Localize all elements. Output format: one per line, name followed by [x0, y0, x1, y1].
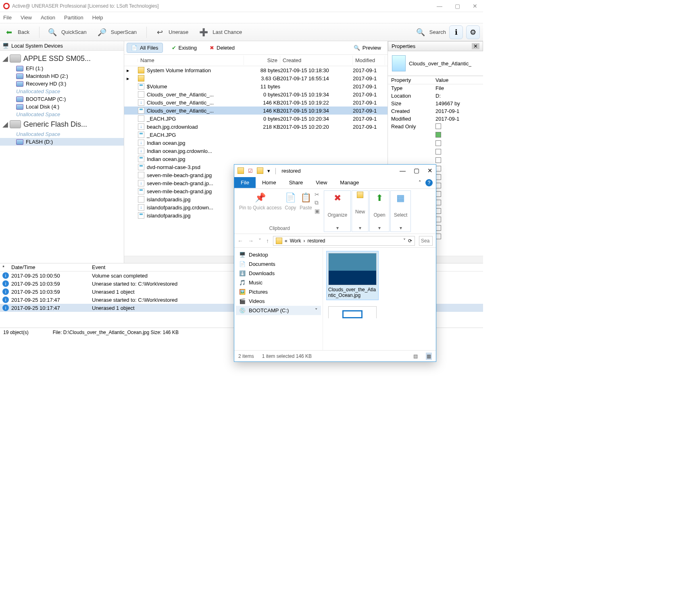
lastchance-button[interactable]: ➕ Last Chance: [198, 27, 242, 38]
checkbox[interactable]: [435, 157, 441, 163]
copy-path-icon[interactable]: ⧉: [315, 199, 320, 206]
explorer-tab-manage[interactable]: Manage: [333, 177, 365, 188]
unerase-button[interactable]: ↩ Unerase: [146, 27, 188, 38]
close-button[interactable]: ✕: [470, 3, 480, 9]
explorer-max-button[interactable]: ▢: [414, 167, 419, 174]
volume-node[interactable]: Unallocated Space: [0, 111, 124, 118]
menu-help[interactable]: Help: [92, 15, 103, 21]
menu-action[interactable]: Action: [41, 15, 55, 21]
quickscan-button[interactable]: 🔍 QuickScan: [39, 27, 87, 38]
checkbox[interactable]: [435, 132, 441, 138]
col-created[interactable]: Created: [280, 56, 353, 65]
col-name[interactable]: Name: [138, 56, 244, 65]
nav-fwd-icon[interactable]: →: [248, 238, 254, 244]
dropdown-icon[interactable]: ▾: [267, 168, 270, 174]
icons-view-icon[interactable]: ▦: [426, 353, 432, 360]
checkbox[interactable]: [435, 166, 441, 171]
explorer-tab-home[interactable]: Home: [256, 177, 283, 188]
log-col-star[interactable]: *: [2, 264, 11, 270]
menu-partition[interactable]: Partition: [64, 15, 83, 21]
nav-up-icon[interactable]: ↑: [266, 238, 269, 244]
nav-item[interactable]: ⬇️Downloads: [236, 269, 321, 278]
file-row[interactable]: ▸3.63 GB2017-09-17 16:55:142017-09-1: [124, 74, 388, 82]
device-node[interactable]: ◢APPLE SSD SM05...: [0, 52, 124, 65]
properties-close-icon[interactable]: ✕: [472, 43, 479, 49]
nav-item[interactable]: 🎬Videos: [236, 297, 321, 306]
checkbox[interactable]: [435, 140, 441, 146]
paste-shortcut-icon[interactable]: ▣: [315, 208, 320, 214]
minimize-button[interactable]: —: [435, 3, 444, 9]
explorer-close-button[interactable]: ✕: [427, 167, 433, 174]
address-bar[interactable]: « Work› restored ˅⟳: [273, 236, 415, 246]
checkbox[interactable]: [435, 191, 441, 197]
file-row[interactable]: Clouds_over_the_Atlantic_...146 KB2017-0…: [124, 98, 388, 107]
file-row[interactable]: _EACH.JPG: [124, 131, 388, 139]
nav-back-icon[interactable]: ←: [237, 238, 243, 244]
file-row[interactable]: Indian ocean.jpg: [124, 139, 388, 147]
checkbox[interactable]: [435, 217, 441, 222]
tab-preview[interactable]: 🔍Preview: [350, 43, 385, 52]
explorer-titlebar[interactable]: ☑ ▾ │ restored — ▢ ✕: [234, 165, 436, 177]
file-row[interactable]: Clouds_over_the_Atlantic_...146 KB2017-0…: [124, 107, 388, 115]
device-node[interactable]: ◢Generic Flash Dis...: [0, 118, 124, 130]
col-size[interactable]: Size: [244, 56, 280, 65]
explorer-tab-view[interactable]: View: [309, 177, 333, 188]
tab-existing[interactable]: ✔Existing: [168, 43, 201, 52]
nav-item[interactable]: 🎵Music: [236, 278, 321, 287]
superscan-button[interactable]: 🔎 SuperScan: [96, 27, 137, 38]
log-col-datetime[interactable]: Date/Time: [11, 264, 92, 270]
search-input[interactable]: [419, 236, 433, 246]
file-row[interactable]: $Volume11 bytes2017-09-1: [124, 82, 388, 90]
maximize-button[interactable]: ▢: [452, 3, 462, 9]
checkbox[interactable]: [435, 183, 441, 188]
checkbox[interactable]: [435, 234, 441, 239]
file-row[interactable]: Indian ocean.jpg.crdownlo...: [124, 147, 388, 155]
file-row[interactable]: Indian ocean.jpg: [124, 155, 388, 163]
explorer-tab-file[interactable]: File: [234, 177, 256, 188]
col-modified[interactable]: Modified: [353, 56, 385, 65]
ribbon-organize[interactable]: ✖Organize▾: [324, 190, 351, 232]
menu-view[interactable]: View: [21, 15, 32, 21]
ribbon-select[interactable]: ▦Select▾: [390, 190, 411, 232]
checkbox[interactable]: [435, 208, 441, 214]
details-view-icon[interactable]: ▤: [413, 353, 418, 359]
ribbon-pin[interactable]: 📌Pin to Quick access: [239, 191, 281, 211]
volume-node[interactable]: EFI (1:): [0, 65, 124, 72]
file-row[interactable]: beach.jpg.crdownload218 KB2017-09-15 10:…: [124, 123, 388, 131]
file-thumbnail-partial[interactable]: [326, 304, 379, 320]
settings-button[interactable]: ⚙: [466, 25, 480, 39]
nav-item[interactable]: 🖥️Desktop: [236, 250, 321, 259]
explorer-window[interactable]: ☑ ▾ │ restored — ▢ ✕ File Home Share Vie…: [234, 164, 436, 362]
file-row[interactable]: Clouds_over_the_Atlantic_...0 bytes2017-…: [124, 90, 388, 98]
volume-node[interactable]: FLASH (D:): [0, 138, 124, 146]
checkbox[interactable]: [435, 225, 441, 231]
explorer-content[interactable]: Clouds_over_the_Atlantic_Ocean.jpg: [323, 248, 436, 350]
nav-item[interactable]: 📄Documents: [236, 259, 321, 269]
tab-all-files[interactable]: 📄All Files: [127, 43, 163, 53]
nav-item[interactable]: 💿BOOTCAMP (C:)˅: [236, 306, 321, 315]
back-button[interactable]: ⬅ Back: [3, 27, 29, 38]
ribbon-paste[interactable]: 📋Paste: [299, 191, 312, 211]
ribbon-new[interactable]: New▾: [352, 190, 369, 232]
checkbox[interactable]: [435, 174, 441, 180]
volume-node[interactable]: Unallocated Space: [0, 130, 124, 138]
volume-node[interactable]: Recovery HD (3:): [0, 80, 124, 88]
cut-icon[interactable]: ✂: [315, 191, 320, 198]
volume-node[interactable]: Macintosh HD (2:): [0, 72, 124, 80]
ribbon-open[interactable]: ⬆Open▾: [369, 190, 390, 232]
volume-node[interactable]: Unallocated Space: [0, 88, 124, 95]
nav-item[interactable]: 🖼️Pictures: [236, 287, 321, 297]
file-thumbnail[interactable]: Clouds_over_the_Atlantic_Ocean.jpg: [326, 251, 379, 300]
collapse-ribbon-icon[interactable]: ˄: [419, 180, 421, 186]
help-icon[interactable]: ?: [425, 179, 433, 186]
info-button[interactable]: ℹ: [449, 25, 463, 39]
tab-deleted[interactable]: ✖Deleted: [206, 43, 239, 52]
file-row[interactable]: _EACH.JPG0 bytes2017-09-15 10:20:342017-…: [124, 115, 388, 123]
checkbox[interactable]: [435, 123, 441, 129]
checkbox[interactable]: [435, 200, 441, 205]
file-row[interactable]: ▸System Volume Information88 bytes2017-0…: [124, 66, 388, 74]
refresh-icon[interactable]: ⟳: [408, 238, 412, 244]
checkbox[interactable]: [435, 149, 441, 155]
nav-history-icon[interactable]: ˅: [258, 238, 261, 244]
ribbon-copy[interactable]: 📄Copy: [284, 191, 297, 211]
